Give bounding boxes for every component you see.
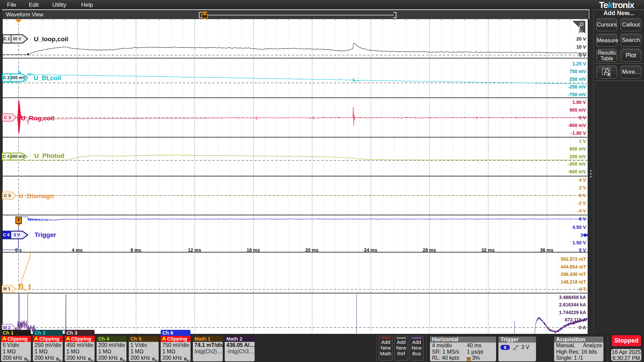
svg-text:T: T [204,14,206,18]
